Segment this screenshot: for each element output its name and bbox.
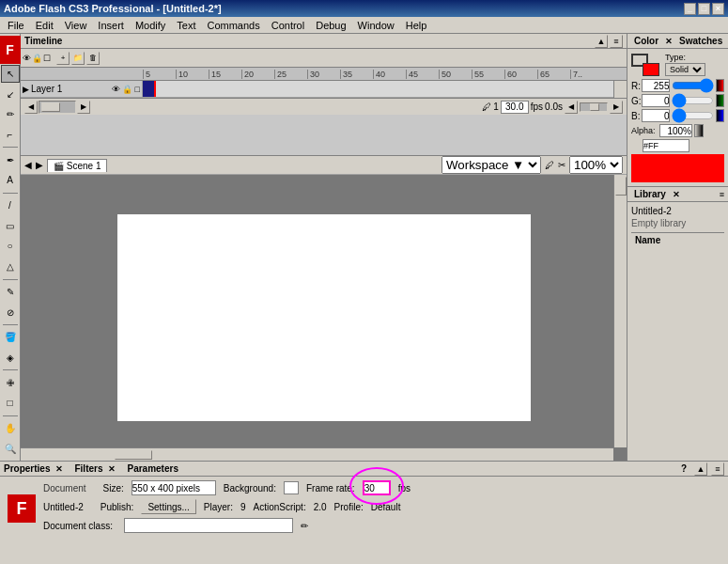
help-btn[interactable]: ?	[681, 463, 687, 474]
menu-control[interactable]: Control	[266, 18, 310, 33]
workspace-select[interactable]: Workspace ▼	[441, 156, 541, 174]
canvas-area[interactable]	[21, 175, 627, 461]
filters-close[interactable]: ✕	[108, 464, 116, 474]
publish-label: Publish:	[101, 502, 134, 512]
fps-input[interactable]	[501, 101, 529, 114]
tool-zoom[interactable]: 🔍	[1, 439, 20, 458]
next-frame[interactable]: ▶	[610, 101, 623, 114]
zoom-select[interactable]: 100%	[569, 156, 623, 174]
prev-frame[interactable]: ◀	[565, 101, 578, 114]
scroll-right[interactable]: ▶	[77, 101, 90, 114]
g-slider[interactable]	[672, 97, 714, 104]
menu-bar: File Edit View Insert Modify Text Comman…	[0, 17, 728, 34]
menu-insert[interactable]: Insert	[92, 18, 130, 33]
ruler-mark: 60	[504, 70, 537, 79]
tool-subselect[interactable]: ↙	[1, 85, 20, 103]
framerate-input[interactable]	[363, 480, 391, 495]
hex-input[interactable]	[643, 139, 689, 152]
fps-label: fps	[531, 102, 543, 112]
g-input[interactable]	[642, 94, 670, 107]
r-slider[interactable]	[672, 82, 714, 89]
alpha-input[interactable]	[659, 124, 692, 137]
tool-oval[interactable]: ○	[1, 237, 20, 256]
parameters-tab[interactable]: Parameters	[127, 463, 178, 474]
tool-hand[interactable]: ✋	[1, 419, 20, 438]
flash-icon: F	[0, 36, 21, 64]
library-tab[interactable]: Library	[631, 188, 669, 200]
tool-ink[interactable]: ◈	[1, 349, 20, 368]
tool-select[interactable]: ↖	[1, 65, 20, 84]
settings-button[interactable]: Settings...	[141, 499, 195, 514]
scroll-left[interactable]: ◀	[24, 101, 38, 114]
size-input[interactable]	[132, 480, 216, 495]
b-row: B:	[631, 109, 724, 122]
props-title: Properties	[4, 463, 50, 474]
tool-separator-5	[3, 369, 18, 370]
timeline-options[interactable]: ≡	[610, 35, 623, 48]
filters-tab[interactable]: Filters	[74, 463, 102, 474]
actionscript-value: 2.0	[314, 502, 327, 512]
menu-view[interactable]: View	[59, 18, 93, 33]
tool-eraser[interactable]: □	[1, 394, 20, 413]
menu-help[interactable]: Help	[400, 18, 433, 33]
tool-rect[interactable]: ▭	[1, 216, 20, 235]
tool-pencil[interactable]: ✎	[1, 282, 20, 301]
menu-text[interactable]: Text	[171, 18, 201, 33]
background-color[interactable]	[284, 481, 299, 494]
ruler-mark: 5	[143, 70, 176, 79]
tool-brush[interactable]: ⊘	[1, 303, 20, 321]
props-options[interactable]: ≡	[711, 462, 724, 476]
ruler-mark: 40	[373, 70, 406, 79]
tool-eyedropper[interactable]: ✙	[1, 373, 20, 392]
tool-fill[interactable]: 🪣	[1, 328, 20, 347]
b-input[interactable]	[642, 109, 670, 122]
hex-row	[631, 139, 724, 152]
timeline-collapse[interactable]: ▲	[595, 35, 608, 48]
library-document-name: Untitled-2	[631, 206, 724, 216]
menu-commands[interactable]: Commands	[201, 18, 265, 33]
background-label: Background:	[224, 483, 276, 494]
color-content: Type: Solid R: G:	[627, 49, 728, 186]
menu-edit[interactable]: Edit	[30, 18, 59, 33]
maximize-button[interactable]: □	[698, 3, 710, 15]
r-row: R:	[631, 79, 724, 92]
color-tab[interactable]: Color	[631, 35, 661, 47]
swatches-tab[interactable]: Swatches	[676, 35, 725, 47]
b-slider[interactable]	[672, 112, 714, 119]
menu-window[interactable]: Window	[352, 18, 400, 33]
stroke-fill-selector[interactable]	[631, 54, 659, 76]
new-layer-btn[interactable]: +	[56, 52, 70, 65]
tool-pen[interactable]: ✒	[1, 150, 20, 169]
scrollbar-right[interactable]	[613, 175, 627, 447]
props-collapse[interactable]: ▲	[694, 462, 707, 476]
ruler-mark: 55	[472, 70, 504, 79]
tool-poly[interactable]: △	[1, 258, 20, 276]
tool-freeform[interactable]: ✏	[1, 105, 20, 124]
props-content: F Document Size: Background: Frame rate:…	[0, 477, 728, 540]
ruler-mark: 15	[209, 70, 241, 79]
right-panel: Color ✕ Swatches ✕ ≡ Type: Solid	[627, 34, 728, 461]
menu-modify[interactable]: Modify	[130, 18, 171, 33]
menu-debug[interactable]: Debug	[310, 18, 351, 33]
color-type-select[interactable]: Solid	[665, 63, 705, 76]
tool-line[interactable]: /	[1, 196, 20, 215]
r-input[interactable]	[642, 79, 670, 92]
fill-color-box[interactable]	[643, 63, 659, 76]
props-row-2: Untitled-2 Publish: Settings... Player: …	[43, 499, 720, 514]
tool-lasso[interactable]: ⌐	[1, 126, 20, 145]
props-close[interactable]: ✕	[55, 464, 63, 474]
playhead	[154, 81, 156, 97]
delete-layer-btn[interactable]: 🗑	[86, 52, 100, 65]
close-button[interactable]: ×	[712, 3, 724, 15]
color-preview-bar[interactable]	[631, 154, 724, 182]
minimize-button[interactable]: _	[684, 3, 696, 15]
doc-class-icon[interactable]: ✏	[301, 521, 308, 531]
tool-text[interactable]: A	[1, 171, 20, 190]
main-layout: F ↖ ↙ ✏ ⌐ ✒ A / ▭ ○ △ ✎ ⊘ 🪣 ◈ ✙ □ ✋ 🔍 Ti…	[0, 34, 728, 461]
library-options[interactable]: ≡	[720, 190, 724, 199]
menu-file[interactable]: File	[2, 18, 30, 33]
doc-class-input[interactable]	[124, 518, 293, 533]
scene-tab[interactable]: 🎬 Scene 1	[47, 159, 107, 172]
scrollbar-bottom[interactable]	[21, 447, 613, 461]
new-folder-btn[interactable]: 📁	[71, 52, 85, 65]
